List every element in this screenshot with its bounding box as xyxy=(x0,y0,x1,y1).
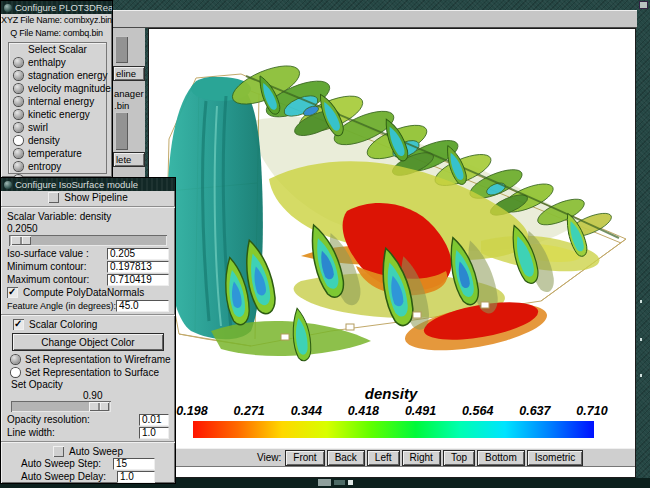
scalar-option[interactable]: entropy xyxy=(9,160,106,173)
legend-title: density xyxy=(149,385,633,402)
line-width-field[interactable]: 1.0 xyxy=(139,427,169,439)
min-contour-row: Minimum contour: 0.197813 xyxy=(7,260,169,273)
change-object-color-button[interactable]: Change Object Color xyxy=(12,333,164,351)
window-frame-right xyxy=(636,0,650,488)
legend-ticks: 0.198 0.271 0.344 0.418 0.491 0.564 0.63… xyxy=(170,404,614,418)
taskbar-item[interactable] xyxy=(348,480,353,485)
iso-value-row: Iso-surface value : 0.205 xyxy=(7,247,169,260)
pipeline-button-fragment[interactable]: eline xyxy=(113,66,145,81)
auto-sweep-delay-field[interactable]: 1.0 xyxy=(117,471,155,483)
radio-icon xyxy=(14,71,23,80)
color-scale-bar xyxy=(193,421,594,438)
set-opacity-label: Set Opacity xyxy=(11,379,63,390)
opacity-resolution-field[interactable]: 0.01 xyxy=(139,414,169,426)
separator xyxy=(1,206,175,208)
auto-sweep-step-field[interactable]: 15 xyxy=(113,458,155,470)
opacity-resolution-row: Opacity resolution: 0.01 xyxy=(7,413,169,426)
view-button[interactable]: Back xyxy=(327,450,365,466)
scalar-option[interactable]: velocity magnitude xyxy=(9,82,106,95)
frame-mark xyxy=(640,374,642,377)
scalar-option[interactable]: stagnation energy xyxy=(9,69,106,82)
radio-icon xyxy=(11,355,20,364)
scrollbar-thumb[interactable] xyxy=(115,36,128,63)
show-pipeline-checkbox[interactable]: Show Pipeline xyxy=(7,191,169,204)
scalar-variable-label: Scalar Variable: density xyxy=(7,211,111,222)
iso-slider-value: 0.2050 xyxy=(7,223,38,234)
view-button[interactable]: Bottom xyxy=(477,450,525,466)
view-button[interactable]: Right xyxy=(402,450,441,466)
delete-button-fragment[interactable]: lete xyxy=(113,152,145,167)
feature-angle-field[interactable]: 45.0 xyxy=(116,300,169,312)
xyz-file-label: XYZ File Name: combxyz.bin xyxy=(1,14,112,27)
iso-value-field[interactable]: 0.205 xyxy=(107,248,169,260)
frame-mark xyxy=(640,300,642,303)
view-button[interactable]: Front xyxy=(285,450,324,466)
scalar-option[interactable]: swirl xyxy=(9,121,106,134)
auto-sweep-step-row: Auto Sweep Step: 15 xyxy=(21,457,169,470)
scalar-coloring-checkbox[interactable]: Scalar Coloring xyxy=(13,318,169,331)
checkbox-icon xyxy=(48,192,59,203)
view-buttons: Front Back Left Right Top Bottom Isometr… xyxy=(285,450,585,466)
legend-tick: 0.564 xyxy=(456,404,500,418)
radio-icon xyxy=(14,162,23,171)
legend-tick: 0.344 xyxy=(284,404,328,418)
scalar-option[interactable]: density xyxy=(9,134,106,147)
isosurface-titlebar[interactable]: Configure IsoSurface module xyxy=(1,178,175,191)
max-contour-field[interactable]: 0.710419 xyxy=(107,274,169,286)
auto-sweep-delay-row: Auto Sweep Delay: 1.0 xyxy=(21,470,169,483)
view-button[interactable]: Isometric xyxy=(527,450,584,466)
line-width-row: Line width: 1.0 xyxy=(7,426,169,439)
window-icon xyxy=(4,181,12,189)
max-contour-row: Maximum contour: 0.710419 xyxy=(7,273,169,286)
wireframe-radio[interactable]: Set Representation to Wireframe xyxy=(11,353,169,366)
plot3d-reader-dialog: Configure PLOT3DReader modul XYZ File Na… xyxy=(0,0,113,178)
scalar-label: stagnation energy xyxy=(28,70,108,81)
render-viewport[interactable]: density 0.198 0.271 0.344 0.418 0.491 0.… xyxy=(148,28,636,478)
q-file-label: Q File Name: combq.bin xyxy=(1,27,112,40)
view-button[interactable]: Left xyxy=(367,450,400,466)
view-button[interactable]: Top xyxy=(443,450,475,466)
scrollbar-thumb[interactable] xyxy=(115,112,128,150)
taskbar-item[interactable] xyxy=(318,479,331,486)
radio-icon xyxy=(14,58,23,67)
scalar-option[interactable]: enthalpy xyxy=(9,56,106,69)
scalar-option[interactable]: temperature xyxy=(9,147,106,160)
scalar-label: velocity magnitude xyxy=(28,83,111,94)
isosurface-dialog: Configure IsoSurface module Show Pipelin… xyxy=(0,177,176,484)
window-icon xyxy=(4,4,12,12)
iso-value-slider[interactable] xyxy=(9,235,167,246)
combustor-isosurface-scene xyxy=(151,31,635,385)
radio-icon xyxy=(14,97,23,106)
auto-sweep-checkbox[interactable]: Auto Sweep xyxy=(7,445,169,457)
checkbox-checked-icon xyxy=(13,319,24,330)
scalar-list: enthalpy stagnation energy velocity magn… xyxy=(9,56,106,178)
scalar-label: swirl xyxy=(28,122,48,133)
background-pipeline-panel: eline anager .bin lete xyxy=(111,28,145,180)
isosurface-title: Configure IsoSurface module xyxy=(15,179,138,190)
legend-tick: 0.418 xyxy=(341,404,385,418)
scalar-label: internal energy xyxy=(28,96,94,107)
taskbar-item[interactable] xyxy=(334,480,345,485)
scalar-label: kinetic energy xyxy=(28,109,90,120)
checkbox-checked-icon xyxy=(7,287,18,298)
select-scalar-frame: Select Scalar enthalpy stagnation energy… xyxy=(8,42,107,174)
window-corner-icon[interactable] xyxy=(639,1,648,9)
surface-radio[interactable]: Set Representation to Surface xyxy=(11,366,169,379)
plot3d-titlebar[interactable]: Configure PLOT3DReader modul xyxy=(1,1,112,14)
min-contour-field[interactable]: 0.197813 xyxy=(107,261,169,273)
legend-tick: 0.710 xyxy=(570,404,614,418)
slider-thumb[interactable] xyxy=(89,402,109,411)
radio-icon xyxy=(14,149,23,158)
manager-label-fragment: anager xyxy=(114,88,144,99)
scalar-label: density xyxy=(28,135,60,146)
compute-normals-checkbox[interactable]: Compute PolyDataNormals xyxy=(7,286,169,299)
opacity-slider[interactable] xyxy=(11,401,111,412)
legend-tick: 0.198 xyxy=(170,404,214,418)
scalar-option[interactable]: internal energy xyxy=(9,95,106,108)
feature-angle-row: Feature Angle (in degrees): 45.0 xyxy=(7,299,169,312)
scalar-option[interactable]: kinetic energy xyxy=(9,108,106,121)
scalar-label: enthalpy xyxy=(28,57,66,68)
slider-thumb[interactable] xyxy=(11,236,31,245)
select-scalar-heading: Select Scalar xyxy=(9,43,106,56)
legend-tick: 0.491 xyxy=(399,404,443,418)
